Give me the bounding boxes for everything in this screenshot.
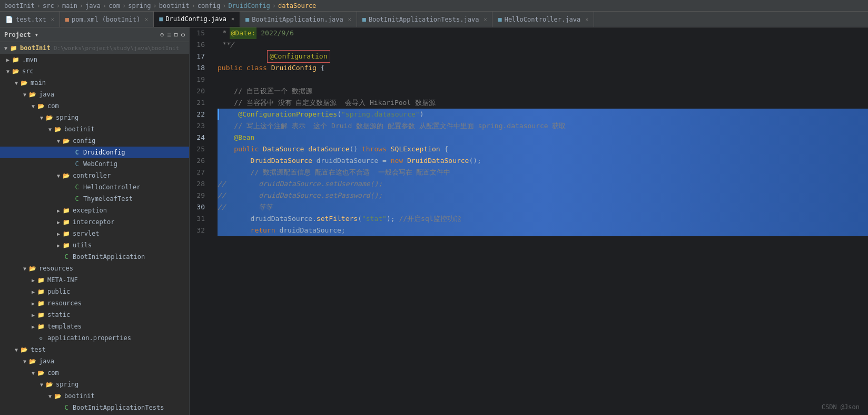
tree-item-test[interactable]: ▼ 📂 test xyxy=(0,344,189,355)
breadcrumb-item[interactable]: bootinit xyxy=(159,2,190,9)
close-icon[interactable]: ✕ xyxy=(145,16,148,22)
folder-icon: 📁 xyxy=(37,311,45,319)
tree-item-resources2[interactable]: ▶ 📁 resources xyxy=(0,297,189,309)
tree-item-druid-config[interactable]: C DruidConfig xyxy=(0,147,189,158)
tab-xml-icon: ■ xyxy=(65,16,69,23)
tree-item-boot-init-app[interactable]: C BootInitApplication xyxy=(0,251,189,263)
code-token: (); xyxy=(469,155,481,167)
close-icon[interactable]: ✕ xyxy=(231,16,234,22)
code-line-17: @Configuration xyxy=(218,51,868,62)
tree-item-main[interactable]: ▼ 📂 main xyxy=(0,77,189,89)
java-class-icon: C xyxy=(73,160,81,168)
breadcrumb-sep: › xyxy=(103,2,106,9)
tab-pom-xml[interactable]: ■ pom.xml (bootInit) ✕ xyxy=(60,12,154,27)
breadcrumb-item[interactable]: main xyxy=(62,2,77,9)
tree-item-java[interactable]: ▼ 📂 java xyxy=(0,89,189,100)
tab-test-txt[interactable]: 📄 test.txt ✕ xyxy=(0,12,60,27)
breadcrumb-item[interactable]: bootInit xyxy=(4,2,35,9)
tree-item-utils[interactable]: ▶ 📁 utils xyxy=(0,239,189,251)
tree-item-test-bootinit[interactable]: ▼ 📂 bootinit xyxy=(0,390,189,402)
code-token: druidDataSource. xyxy=(218,213,317,225)
code-token: () xyxy=(349,143,361,155)
tab-druid-config[interactable]: ■ DruidConfig.java ✕ xyxy=(154,12,240,27)
breadcrumb-item[interactable]: spring xyxy=(128,2,151,9)
line-num-26: 26 xyxy=(190,155,209,167)
tree-item-config[interactable]: ▼ 📂 config xyxy=(0,135,189,147)
tree-item-controller[interactable]: ▼ 📂 controller xyxy=(0,170,189,181)
tree-item-bootinit[interactable]: ▼ 📂 bootinit xyxy=(0,123,189,135)
sidebar-icon-settings[interactable]: ⚙ xyxy=(181,31,185,38)
tree-arrow: ▶ xyxy=(55,231,62,237)
code-token: { xyxy=(445,143,449,155)
tab-label: DruidConfig.java xyxy=(165,15,226,23)
code-token: { xyxy=(321,62,325,74)
code-token: @Bean xyxy=(218,132,254,143)
tab-boot-init-app[interactable]: ■ BootInitApplication.java ✕ xyxy=(240,12,357,27)
tree-item-thymeleaf-test[interactable]: C ThymeleafTest xyxy=(0,193,189,205)
tree-item-src[interactable]: ▼ 📂 src xyxy=(0,65,189,77)
folder-icon: 📁 xyxy=(62,206,71,215)
code-token: "stat" xyxy=(362,213,387,225)
tree-label: META-INF xyxy=(47,276,78,284)
tree-item-application-properties[interactable]: ⚙ application.properties xyxy=(0,332,189,344)
code-content[interactable]: * @Date: 2022/9/6 **/ @Configuration pu xyxy=(213,27,868,415)
tree-arrow: ▼ xyxy=(55,138,62,144)
tree-item-boot-init-tests[interactable]: C BootInitApplicationTests xyxy=(0,402,189,413)
code-token: ( xyxy=(358,213,362,225)
tree-item-servlet[interactable]: ▶ 📁 servlet xyxy=(0,228,189,239)
tree-item-static[interactable]: ▶ 📁 static xyxy=(0,309,189,321)
sidebar-icon-collapse[interactable]: ⊟ xyxy=(174,31,178,38)
sidebar-icon-scope[interactable]: ⊙ xyxy=(160,31,164,38)
tree-arrow: ▼ xyxy=(29,103,37,109)
tree-item-interceptor[interactable]: ▶ 📁 interceptor xyxy=(0,216,189,228)
close-icon[interactable]: ✕ xyxy=(585,16,588,22)
java-class-icon: C xyxy=(62,253,71,261)
tree-item-com[interactable]: ▼ 📂 com xyxy=(0,100,189,112)
tab-hello-controller[interactable]: ■ HelloController.java ✕ xyxy=(492,12,594,27)
tree-item-mvn[interactable]: ▶ 📁 .mvn xyxy=(0,54,189,65)
tree-item-resources[interactable]: ▼ 📂 resources xyxy=(0,263,189,274)
tree-item-web-config[interactable]: C WebConfig xyxy=(0,158,189,170)
tree-item-hello-controller[interactable]: C HelloController xyxy=(0,181,189,193)
line-numbers: 15 16 ✓ 17 ▶ 18 19 20 21 ▷ 22 23 xyxy=(190,27,213,415)
folder-icon: 📂 xyxy=(28,264,37,273)
tree-item-meta-inf[interactable]: ▶ 📁 META-INF xyxy=(0,274,189,286)
tree-item-spring[interactable]: ▼ 📂 spring xyxy=(0,112,189,123)
tree-item-public[interactable]: ▶ 📁 public xyxy=(0,286,189,297)
tree-item-test-spring[interactable]: ▼ 📂 spring xyxy=(0,379,189,390)
tree-item-exception[interactable]: ▶ 📁 exception xyxy=(0,205,189,216)
code-line-31: druidDataSource. setFilters ( "stat" ); … xyxy=(218,213,868,225)
tree-label: bootInit xyxy=(20,44,51,52)
line-num-17: ✓ 17 xyxy=(190,51,209,62)
tree-item-test-java[interactable]: ▼ 📂 java xyxy=(0,355,189,367)
code-token: new xyxy=(391,155,407,167)
tree-label: java xyxy=(39,358,54,365)
breadcrumb-item[interactable]: src xyxy=(43,2,54,9)
tree-item-templates[interactable]: ▶ 📁 templates xyxy=(0,321,189,332)
close-icon[interactable]: ✕ xyxy=(51,16,54,22)
code-container: 15 16 ✓ 17 ▶ 18 19 20 21 ▷ 22 23 xyxy=(190,27,868,415)
folder-icon: 📂 xyxy=(54,392,62,400)
close-icon[interactable]: ✕ xyxy=(348,16,351,22)
tree-root[interactable]: ▼ 📁 bootInit D:\works\project\study\java… xyxy=(0,42,189,54)
line-num-21: 21 xyxy=(190,97,209,109)
close-icon[interactable]: ✕ xyxy=(484,16,487,22)
breadcrumb-sep: › xyxy=(272,2,276,9)
tree-arrow: ▶ xyxy=(29,312,37,318)
tab-boot-init-tests[interactable]: ■ BootInitApplicationTests.java ✕ xyxy=(357,12,493,27)
tree-label: public xyxy=(47,288,70,295)
sidebar-icon-expand[interactable]: ≡ xyxy=(167,31,171,38)
code-token: public xyxy=(218,143,263,155)
breadcrumb-item[interactable]: dataSource xyxy=(278,2,316,9)
breadcrumb-item[interactable]: config xyxy=(198,2,220,9)
code-token: ( xyxy=(337,109,341,120)
properties-icon: ⚙ xyxy=(37,334,45,342)
breadcrumb-item[interactable]: com xyxy=(108,2,120,9)
line-num-30: ▷ 30 xyxy=(190,201,209,213)
breadcrumb-item[interactable]: java xyxy=(85,2,101,9)
breadcrumb-item[interactable]: DruidConfig xyxy=(228,2,270,9)
folder-icon: 📂 xyxy=(45,380,54,389)
tab-java-icon: ■ xyxy=(245,16,249,23)
main-layout: Project ▾ ⊙ ≡ ⊟ ⚙ ▼ 📁 bootInit D:\works\… xyxy=(0,27,868,415)
tree-item-test-com[interactable]: ▼ 📂 com xyxy=(0,367,189,379)
